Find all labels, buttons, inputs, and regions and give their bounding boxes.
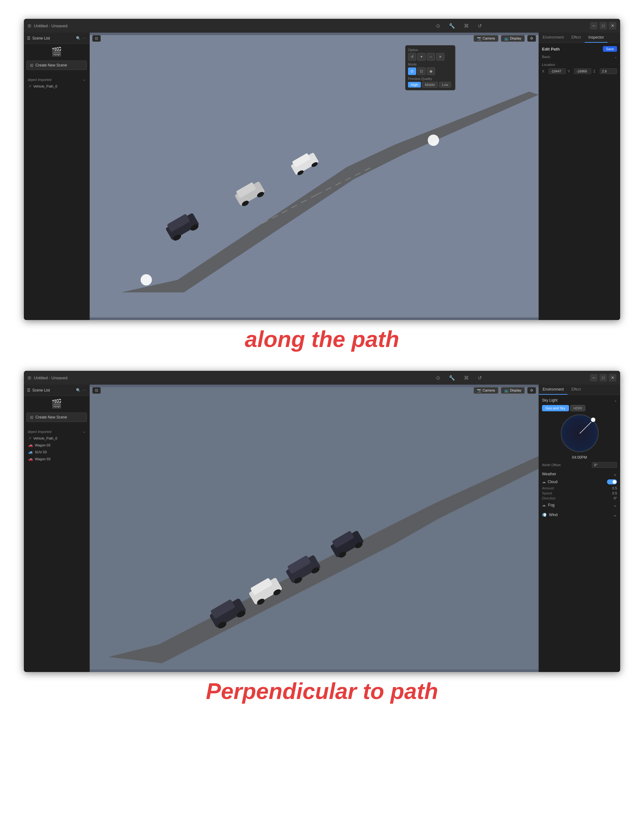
sky-light-title: Sky Light: [542, 398, 557, 403]
scene-icon: 🎬: [51, 46, 62, 57]
sidebar-search-icon[interactable]: 🔍: [76, 36, 81, 40]
tool-path-icon-2[interactable]: ⌘: [464, 375, 469, 381]
minimize-button-2[interactable]: ─: [590, 374, 598, 381]
pq-label: Preview Quality: [408, 77, 453, 81]
mode-btn-2[interactable]: ⊡: [417, 67, 426, 75]
camera-icon: 📷: [477, 37, 481, 40]
viewport-topbar-1: ⊡ 📷 Camera 📺 Display ⚙: [90, 33, 538, 44]
direction-label: Direction: [542, 496, 556, 500]
sidebar-more-icon[interactable]: ⋯: [83, 36, 86, 40]
amount-label: Amount: [542, 486, 554, 490]
tool-wrench-icon[interactable]: 🔧: [449, 23, 455, 29]
app-window-2: ⊞ Untitled - Unsaved ⊙ 🔧 ⌘ ↺ ─ □ ✕: [24, 371, 620, 672]
tool-pin-icon[interactable]: ⊙: [436, 23, 440, 29]
maximize-button[interactable]: □: [599, 22, 607, 29]
chevron-icon-2: ⌄: [83, 429, 86, 434]
weather-section-header[interactable]: Weather ⌄: [542, 470, 617, 478]
tab-effect-2[interactable]: Effect: [567, 385, 585, 395]
z-input[interactable]: [600, 69, 617, 74]
sidebar-1: ☰ Scene List 🔍 ⋯ 🎬 ⊞ Create New Scene: [24, 33, 90, 320]
settings-btn-2[interactable]: ⚙: [527, 387, 536, 394]
viewport-2[interactable]: ⊡ 📷 Camera 📺 Display ⚙: [90, 385, 538, 672]
viewport-1[interactable]: ⊡ 📷 Camera 📺 Display ⚙: [90, 33, 538, 320]
window-title-2: Untitled - Unsaved: [34, 376, 67, 380]
ep-section-basic: Basic ⌄: [542, 55, 617, 59]
create-scene-button-1[interactable]: ⊞ Create New Scene: [26, 61, 87, 70]
main-area-1: ☰ Scene List 🔍 ⋯ 🎬 ⊞ Create New Scene: [24, 33, 620, 320]
tab-environment-1[interactable]: Environment: [539, 33, 567, 43]
tab-effect-1[interactable]: Effect: [567, 33, 585, 43]
right-panel-body-1: Edit Path Save Basic ⌄ Location: [539, 43, 620, 320]
maximize-button-2[interactable]: □: [599, 374, 607, 381]
window-title-1: Untitled - Unsaved: [34, 24, 67, 28]
opt-btn-2[interactable]: ✦: [417, 53, 426, 61]
ep-save-btn-1[interactable]: Save: [603, 46, 617, 52]
sidebar-item-0[interactable]: ↗ Vehicle_Path_0: [26, 435, 87, 442]
sun-dial[interactable]: [561, 414, 599, 452]
cloud-toggle[interactable]: [607, 479, 617, 485]
camera-button-1[interactable]: 📷 Camera: [474, 35, 498, 42]
sidebar-toggle-icon[interactable]: ☰: [27, 36, 30, 40]
sidebar-more-icon-2[interactable]: ⋯: [83, 388, 86, 392]
geo-sky-tabs: Geo and Sky HDRI: [542, 405, 617, 411]
speed-label: Speed: [542, 491, 552, 495]
title-bar-2: ⊞ Untitled - Unsaved ⊙ 🔧 ⌘ ↺ ─ □ ✕: [24, 371, 620, 385]
settings-btn-1[interactable]: ⚙: [527, 35, 536, 42]
sidebar-toggle-icon-2[interactable]: ☰: [27, 388, 30, 392]
sidebar-header-2: ☰ Scene List 🔍 ⋯: [24, 385, 90, 396]
wind-section-header[interactable]: 💨 Wind ⌄: [542, 510, 617, 519]
svg-rect-18: [90, 387, 538, 669]
pq-high-btn[interactable]: High: [408, 82, 421, 88]
amount-value: 0.5: [612, 486, 617, 490]
scene2-block: ⊞ Untitled - Unsaved ⊙ 🔧 ⌘ ↺ ─ □ ✕: [24, 371, 620, 704]
sky-light-arrow[interactable]: ⌄: [614, 398, 617, 403]
geo-sky-tab[interactable]: Geo and Sky: [542, 405, 569, 411]
sidebar-item-2[interactable]: 🚙 SUV 03: [26, 449, 87, 456]
tab-inspector-1[interactable]: Inspector: [585, 33, 607, 43]
pq-low-btn[interactable]: Low: [439, 82, 451, 88]
close-button-2[interactable]: ✕: [609, 374, 617, 381]
pq-middle-btn[interactable]: Middle: [422, 82, 438, 88]
close-button[interactable]: ✕: [609, 22, 617, 29]
tool-pin-icon-2[interactable]: ⊙: [436, 375, 440, 381]
wind-arrow: ⌄: [613, 512, 617, 518]
tool-wrench-icon-2[interactable]: 🔧: [449, 375, 455, 381]
opt-btn-4[interactable]: ✕: [436, 53, 444, 61]
hdri-tab[interactable]: HDRI: [570, 405, 586, 411]
mode-btn-3[interactable]: ◉: [427, 67, 435, 75]
caption-2: Perpendicular to path: [206, 678, 438, 704]
sidebar-section-header-1[interactable]: object Imported ⌄: [26, 76, 87, 83]
create-scene-button-2[interactable]: ⊞ Create New Scene: [26, 413, 87, 422]
fog-section-header[interactable]: ☁ Fog ⌄: [542, 501, 617, 509]
sidebar-body-2: 🎬 ⊞ Create New Scene object Imported ⌄: [24, 396, 90, 672]
y-input[interactable]: [574, 69, 591, 74]
sidebar-item-vehicle-path[interactable]: ↗ Vehicle_Path_0: [26, 83, 87, 90]
display-button-1[interactable]: 📺 Display: [501, 35, 525, 42]
x-input[interactable]: [549, 69, 566, 74]
ep-basic-title[interactable]: Basic ⌄: [542, 55, 617, 59]
tool-path-icon[interactable]: ⌘: [464, 23, 469, 29]
plus-icon-2: ⊞: [30, 415, 34, 420]
camera-button-2[interactable]: 📷 Camera: [474, 387, 498, 394]
sidebar-item-3[interactable]: 🚗 Wagon 03: [26, 456, 87, 462]
north-offset-input[interactable]: [592, 462, 617, 468]
caption-1: along the path: [245, 326, 399, 352]
sidebar-item-1[interactable]: 🚗 Wagon 03: [26, 442, 87, 449]
minimize-button[interactable]: ─: [590, 22, 598, 29]
opt-btn-1[interactable]: ↺: [408, 53, 416, 61]
mode-btn-1[interactable]: ⊙: [408, 67, 416, 75]
cloud-icon: ☁: [542, 480, 546, 484]
view-mode-btn-2[interactable]: ⊡: [92, 387, 101, 394]
option-label: Option: [408, 48, 453, 52]
north-offset-row: North Offset: [542, 462, 617, 468]
tab-environment-2[interactable]: Environment: [539, 385, 567, 395]
sidebar-search-icon-2[interactable]: 🔍: [76, 388, 81, 392]
sidebar-section-header-2[interactable]: object Imported ⌄: [26, 428, 87, 435]
opt-btn-3[interactable]: ↔: [427, 53, 435, 61]
view-mode-btn[interactable]: ⊡: [92, 35, 101, 42]
tool-clock-icon[interactable]: ↺: [477, 23, 482, 29]
display-button-2[interactable]: 📺 Display: [501, 387, 525, 394]
wind-label: 💨 Wind: [542, 513, 558, 517]
app-icon: ⊞: [27, 23, 31, 28]
tool-clock-icon-2[interactable]: ↺: [477, 375, 482, 381]
